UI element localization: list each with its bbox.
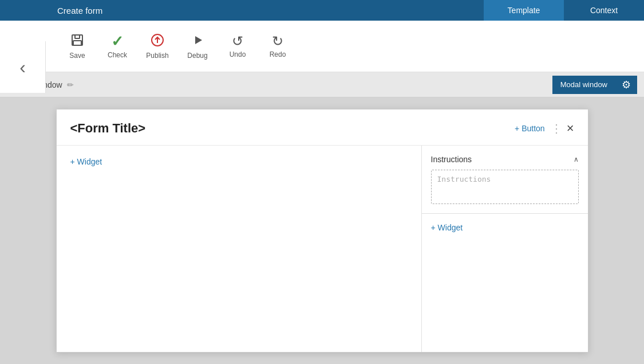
undo-icon: ↺ [232,34,243,48]
settings-button[interactable]: ⚙ [615,76,637,94]
save-label: Save [69,52,85,60]
breadcrumb-bar: Modal window ✏ Modal window ⚙ [0,72,644,97]
form-left: + Widget [57,146,422,352]
add-widget-button-right[interactable]: + Widget [431,223,463,232]
add-widget-label-left: + Widget [70,157,102,166]
publish-button[interactable]: Publish [137,24,177,69]
undo-button[interactable]: ↺ Undo [218,24,258,69]
close-icon: × [567,121,574,135]
back-button[interactable]: ‹ [0,41,46,93]
check-label: Check [108,51,127,59]
svg-rect-2 [73,41,81,45]
tab-template[interactable]: Template [484,0,564,21]
back-icon: ‹ [19,57,26,78]
main-area: <Form Title> + Button ⋮ × + Widget [0,97,644,364]
instructions-header: Instructions ∧ [431,155,579,164]
header-tabs: Template Context [484,0,644,21]
form-modal-header: <Form Title> + Button ⋮ × [57,109,588,146]
svg-rect-1 [75,35,80,38]
form-body: + Widget Instructions ∧ + Widget [57,146,588,352]
modal-window-label: Modal window [560,80,607,89]
save-button[interactable]: Save [57,24,97,69]
instructions-label: Instructions [431,155,472,164]
check-icon: ✓ [111,34,124,49]
form-header-right: + Button ⋮ × [515,121,574,136]
publish-label: Publish [146,52,168,60]
add-widget-label-right: + Widget [431,223,463,232]
breadcrumb-right: Modal window ⚙ [552,76,644,94]
redo-icon: ↻ [272,34,283,48]
debug-label: Debug [187,52,207,60]
right-panel-top: Instructions ∧ [422,146,588,214]
add-widget-button-left[interactable]: + Widget [70,157,102,166]
tab-context[interactable]: Context [564,0,644,21]
add-button-label: + Button [515,124,545,133]
settings-icon: ⚙ [622,79,631,91]
undo-label: Undo [230,50,246,58]
add-button-btn[interactable]: + Button [515,124,545,133]
svg-marker-4 [195,36,202,44]
save-icon [70,33,84,49]
close-button[interactable]: × [567,121,574,136]
resize-handle[interactable]: ⋮ [551,122,561,135]
modal-window-button[interactable]: Modal window [552,76,615,94]
instructions-toggle[interactable]: ∧ [574,155,579,163]
debug-button[interactable]: Debug [177,24,218,69]
publish-icon [151,33,164,49]
debug-icon [191,33,204,49]
header-title: Create form [57,6,102,15]
redo-button[interactable]: ↻ Redo [258,24,298,69]
toolbar: Save ✓ Check Publish [0,21,644,72]
edit-icon[interactable]: ✏ [67,80,74,89]
header-bar: Create form Template Context [0,0,644,21]
form-modal: <Form Title> + Button ⋮ × + Widget [56,109,588,353]
form-title: <Form Title> [70,121,146,136]
redo-label: Redo [270,50,286,58]
check-button[interactable]: ✓ Check [97,24,137,69]
right-panel-bottom: + Widget [422,214,588,241]
form-right: Instructions ∧ + Widget [422,146,588,352]
instructions-textarea[interactable] [431,170,579,204]
